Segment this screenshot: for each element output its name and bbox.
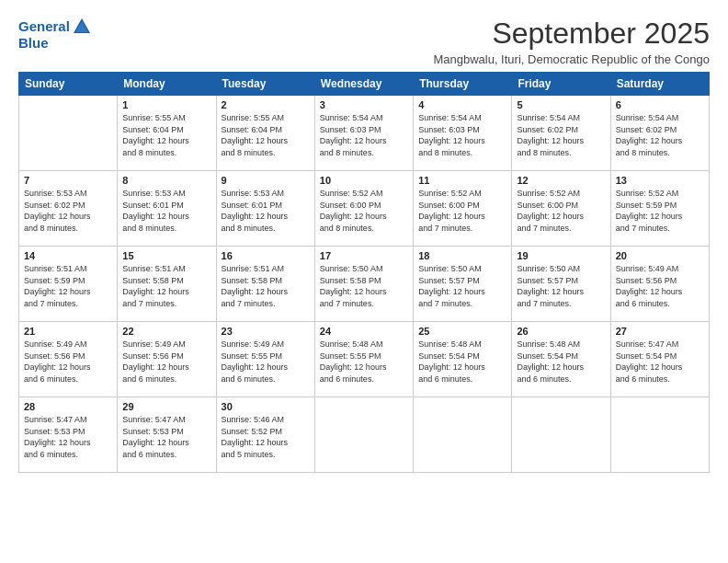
calendar-cell: 20Sunrise: 5:49 AM Sunset: 5:56 PM Dayli… (610, 247, 709, 322)
day-info: Sunrise: 5:50 AM Sunset: 5:58 PM Dayligh… (320, 263, 408, 309)
day-info: Sunrise: 5:49 AM Sunset: 5:56 PM Dayligh… (24, 339, 112, 385)
calendar-cell: 7Sunrise: 5:53 AM Sunset: 6:02 PM Daylig… (19, 171, 118, 247)
day-info: Sunrise: 5:55 AM Sunset: 6:04 PM Dayligh… (222, 112, 310, 158)
day-number: 17 (320, 250, 408, 261)
day-number: 10 (320, 175, 408, 186)
day-info: Sunrise: 5:55 AM Sunset: 6:04 PM Dayligh… (122, 112, 210, 158)
calendar-cell: 8Sunrise: 5:53 AM Sunset: 6:01 PM Daylig… (118, 171, 216, 247)
day-number: 4 (418, 99, 506, 110)
day-info: Sunrise: 5:52 AM Sunset: 6:00 PM Dayligh… (418, 188, 506, 234)
header: General Blue September 2025 Mangbwalu, I… (18, 17, 710, 66)
day-info: Sunrise: 5:54 AM Sunset: 6:03 PM Dayligh… (418, 112, 506, 158)
calendar-cell: 21Sunrise: 5:49 AM Sunset: 5:56 PM Dayli… (19, 322, 118, 397)
calendar-cell: 29Sunrise: 5:47 AM Sunset: 5:53 PM Dayli… (118, 397, 216, 473)
day-number: 11 (418, 175, 506, 186)
calendar-cell: 26Sunrise: 5:48 AM Sunset: 5:54 PM Dayli… (512, 322, 610, 397)
day-info: Sunrise: 5:48 AM Sunset: 5:55 PM Dayligh… (320, 339, 408, 385)
day-info: Sunrise: 5:52 AM Sunset: 5:59 PM Dayligh… (616, 188, 704, 234)
calendar-cell: 25Sunrise: 5:48 AM Sunset: 5:54 PM Dayli… (414, 322, 512, 397)
month-title: September 2025 (433, 17, 710, 51)
day-number: 6 (616, 99, 704, 110)
calendar-cell: 23Sunrise: 5:49 AM Sunset: 5:55 PM Dayli… (216, 322, 314, 397)
calendar-cell: 16Sunrise: 5:51 AM Sunset: 5:58 PM Dayli… (216, 247, 314, 322)
calendar-cell: 6Sunrise: 5:54 AM Sunset: 6:02 PM Daylig… (610, 96, 709, 171)
subtitle: Mangbwalu, Ituri, Democratic Republic of… (433, 52, 710, 66)
day-number: 2 (222, 99, 310, 110)
day-number: 9 (222, 175, 310, 186)
calendar-cell: 19Sunrise: 5:50 AM Sunset: 5:57 PM Dayli… (512, 247, 610, 322)
day-info: Sunrise: 5:51 AM Sunset: 5:59 PM Dayligh… (24, 263, 112, 309)
day-number: 13 (616, 175, 704, 186)
day-info: Sunrise: 5:54 AM Sunset: 6:03 PM Dayligh… (320, 112, 408, 158)
day-info: Sunrise: 5:49 AM Sunset: 5:56 PM Dayligh… (122, 339, 210, 385)
calendar-cell: 17Sunrise: 5:50 AM Sunset: 5:58 PM Dayli… (314, 247, 413, 322)
calendar-cell: 3Sunrise: 5:54 AM Sunset: 6:03 PM Daylig… (314, 96, 413, 171)
day-number: 5 (517, 99, 605, 110)
calendar-cell: 2Sunrise: 5:55 AM Sunset: 6:04 PM Daylig… (216, 96, 314, 171)
day-number: 27 (616, 326, 704, 337)
day-info: Sunrise: 5:50 AM Sunset: 5:57 PM Dayligh… (517, 263, 605, 309)
calendar-cell: 18Sunrise: 5:50 AM Sunset: 5:57 PM Dayli… (414, 247, 512, 322)
day-number: 12 (517, 175, 605, 186)
title-block: September 2025 Mangbwalu, Ituri, Democra… (433, 17, 710, 66)
calendar-week-3: 14Sunrise: 5:51 AM Sunset: 5:59 PM Dayli… (19, 247, 710, 322)
page: General Blue September 2025 Mangbwalu, I… (0, 0, 728, 563)
day-info: Sunrise: 5:49 AM Sunset: 5:55 PM Dayligh… (222, 339, 310, 385)
calendar-week-4: 21Sunrise: 5:49 AM Sunset: 5:56 PM Dayli… (19, 322, 710, 397)
day-info: Sunrise: 5:47 AM Sunset: 5:53 PM Dayligh… (24, 414, 112, 460)
calendar-cell: 10Sunrise: 5:52 AM Sunset: 6:00 PM Dayli… (314, 171, 413, 247)
calendar-cell: 4Sunrise: 5:54 AM Sunset: 6:03 PM Daylig… (414, 96, 512, 171)
calendar: Sunday Monday Tuesday Wednesday Thursday… (18, 72, 710, 473)
col-friday: Friday (512, 73, 610, 96)
day-number: 15 (122, 250, 210, 261)
day-info: Sunrise: 5:47 AM Sunset: 5:54 PM Dayligh… (616, 339, 704, 385)
col-wednesday: Wednesday (314, 73, 413, 96)
day-number: 20 (616, 250, 704, 261)
day-number: 29 (122, 401, 210, 412)
calendar-cell (314, 397, 413, 473)
day-number: 21 (24, 326, 112, 337)
day-info: Sunrise: 5:48 AM Sunset: 5:54 PM Dayligh… (418, 339, 506, 385)
logo-icon (72, 17, 92, 37)
day-info: Sunrise: 5:49 AM Sunset: 5:56 PM Dayligh… (616, 263, 704, 309)
col-tuesday: Tuesday (216, 73, 314, 96)
calendar-cell: 15Sunrise: 5:51 AM Sunset: 5:58 PM Dayli… (118, 247, 216, 322)
day-info: Sunrise: 5:51 AM Sunset: 5:58 PM Dayligh… (122, 263, 210, 309)
day-info: Sunrise: 5:47 AM Sunset: 5:53 PM Dayligh… (122, 414, 210, 460)
calendar-week-5: 28Sunrise: 5:47 AM Sunset: 5:53 PM Dayli… (19, 397, 710, 473)
col-sunday: Sunday (19, 73, 118, 96)
day-info: Sunrise: 5:54 AM Sunset: 6:02 PM Dayligh… (517, 112, 605, 158)
calendar-header-row: Sunday Monday Tuesday Wednesday Thursday… (19, 73, 710, 96)
day-number: 30 (222, 401, 310, 412)
day-info: Sunrise: 5:51 AM Sunset: 5:58 PM Dayligh… (222, 263, 310, 309)
day-info: Sunrise: 5:46 AM Sunset: 5:52 PM Dayligh… (222, 414, 310, 460)
calendar-cell: 27Sunrise: 5:47 AM Sunset: 5:54 PM Dayli… (610, 322, 709, 397)
calendar-week-2: 7Sunrise: 5:53 AM Sunset: 6:02 PM Daylig… (19, 171, 710, 247)
day-number: 14 (24, 250, 112, 261)
day-number: 18 (418, 250, 506, 261)
col-monday: Monday (118, 73, 216, 96)
calendar-cell: 14Sunrise: 5:51 AM Sunset: 5:59 PM Dayli… (19, 247, 118, 322)
logo-text: General (18, 19, 70, 35)
day-info: Sunrise: 5:53 AM Sunset: 6:01 PM Dayligh… (222, 188, 310, 234)
calendar-cell: 13Sunrise: 5:52 AM Sunset: 5:59 PM Dayli… (610, 171, 709, 247)
day-number: 26 (517, 326, 605, 337)
day-info: Sunrise: 5:52 AM Sunset: 6:00 PM Dayligh… (320, 188, 408, 234)
calendar-week-1: 1Sunrise: 5:55 AM Sunset: 6:04 PM Daylig… (19, 96, 710, 171)
day-info: Sunrise: 5:53 AM Sunset: 6:02 PM Dayligh… (24, 188, 112, 234)
calendar-cell: 1Sunrise: 5:55 AM Sunset: 6:04 PM Daylig… (118, 96, 216, 171)
day-info: Sunrise: 5:50 AM Sunset: 5:57 PM Dayligh… (418, 263, 506, 309)
calendar-cell (512, 397, 610, 473)
logo-blue: Blue (18, 35, 92, 51)
day-info: Sunrise: 5:53 AM Sunset: 6:01 PM Dayligh… (122, 188, 210, 234)
day-number: 23 (222, 326, 310, 337)
calendar-cell: 30Sunrise: 5:46 AM Sunset: 5:52 PM Dayli… (216, 397, 314, 473)
logo: General Blue (18, 17, 92, 51)
day-number: 8 (122, 175, 210, 186)
calendar-cell: 28Sunrise: 5:47 AM Sunset: 5:53 PM Dayli… (19, 397, 118, 473)
day-number: 19 (517, 250, 605, 261)
day-number: 7 (24, 175, 112, 186)
calendar-cell (610, 397, 709, 473)
col-thursday: Thursday (414, 73, 512, 96)
day-number: 3 (320, 99, 408, 110)
